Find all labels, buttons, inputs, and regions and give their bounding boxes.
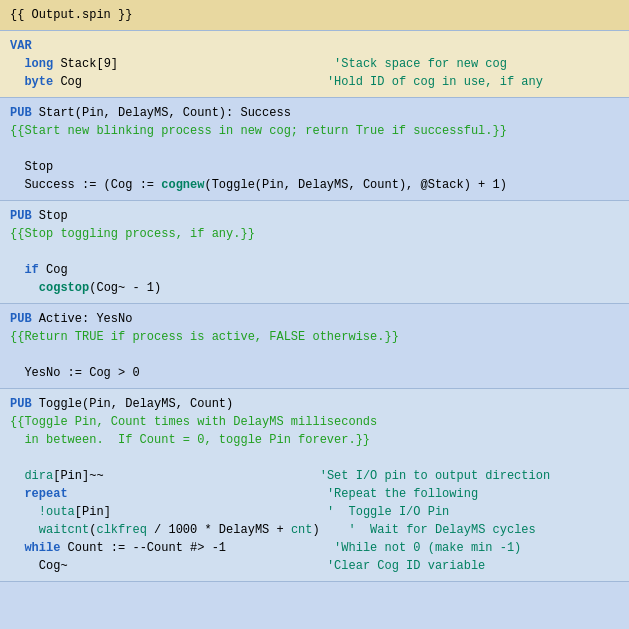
- cognew-call: cognew: [161, 178, 204, 192]
- header-text: {{ Output.spin }}: [10, 6, 619, 24]
- start-signature: Start(Pin, DelayMS, Count): Success: [32, 106, 291, 120]
- cog-comment: 'Hold ID of cog in use, if any: [327, 75, 543, 89]
- stop-content: PUB Stop {{Stop toggling process, if any…: [10, 207, 619, 297]
- active-doc: {{Return TRUE if process is active, FALS…: [10, 330, 399, 344]
- start-doc: {{Start new blinking process in new cog;…: [10, 124, 507, 138]
- pub-toggle-keyword: PUB: [10, 397, 32, 411]
- stop-section: PUB Stop {{Stop toggling process, if any…: [0, 201, 629, 304]
- toggle-content: PUB Toggle(Pin, DelayMS, Count) {{Toggle…: [10, 395, 619, 575]
- stop-name: Stop: [32, 209, 68, 223]
- file-header: {{ Output.spin }}: [0, 0, 629, 31]
- cognew-args: (Toggle(Pin, DelayMS, Count), @Stack) + …: [204, 178, 506, 192]
- yesno-assign: YesNo := Cog > 0: [24, 366, 139, 380]
- repeat-keyword: repeat: [24, 487, 67, 501]
- toggle-doc-1: {{Toggle Pin, Count times with DelayMS m…: [10, 415, 377, 429]
- while-comment: 'While not 0 (make min -1): [334, 541, 521, 555]
- if-keyword: if: [24, 263, 38, 277]
- waitcnt-close: ): [313, 523, 320, 537]
- long-keyword: long: [24, 57, 53, 71]
- start-content: PUB Start(Pin, DelayMS, Count): Success …: [10, 104, 619, 194]
- active-signature: Active: YesNo: [32, 312, 133, 326]
- outa-call: outa: [46, 505, 75, 519]
- cogstop-call: cogstop: [39, 281, 89, 295]
- active-content: PUB Active: YesNo {{Return TRUE if proce…: [10, 310, 619, 382]
- waitcnt-expr: / 1000 * DelayMS +: [147, 523, 291, 537]
- waitcnt-comment: ' Wait for DelayMS cycles: [349, 523, 536, 537]
- outa-prefix: !: [39, 505, 46, 519]
- outa-comment: ' Toggle I/O Pin: [327, 505, 449, 519]
- cog-decl: Cog: [53, 75, 82, 89]
- start-section: PUB Start(Pin, DelayMS, Count): Success …: [0, 98, 629, 201]
- cogstop-args: (Cog~ - 1): [89, 281, 161, 295]
- var-keyword: VAR: [10, 39, 32, 53]
- pub-active-keyword: PUB: [10, 312, 32, 326]
- toggle-doc-2: in between. If Count = 0, toggle Pin for…: [10, 433, 370, 447]
- cog-clear: Cog~: [39, 559, 68, 573]
- active-section: PUB Active: YesNo {{Return TRUE if proce…: [0, 304, 629, 389]
- stop-call: Stop: [24, 160, 53, 174]
- stack-decl: Stack[9]: [53, 57, 118, 71]
- while-expr: Count := --Count #> -1: [60, 541, 226, 555]
- byte-keyword: byte: [24, 75, 53, 89]
- dira-call: dira: [24, 469, 53, 483]
- while-keyword: while: [24, 541, 60, 555]
- dira-args: [Pin]~~: [53, 469, 103, 483]
- header-content: {{ Output.spin }}: [10, 8, 132, 22]
- var-content: VAR long Stack[9] 'Stack space for new c…: [10, 37, 619, 91]
- repeat-comment: 'Repeat the following: [327, 487, 478, 501]
- var-section: VAR long Stack[9] 'Stack space for new c…: [0, 31, 629, 98]
- outa-args: [Pin]: [75, 505, 111, 519]
- stop-doc: {{Stop toggling process, if any.}}: [10, 227, 255, 241]
- cog-clear-comment: 'Clear Cog ID variable: [327, 559, 485, 573]
- waitcnt-call: waitcnt: [39, 523, 89, 537]
- toggle-section: PUB Toggle(Pin, DelayMS, Count) {{Toggle…: [0, 389, 629, 582]
- toggle-signature: Toggle(Pin, DelayMS, Count): [32, 397, 234, 411]
- stack-comment: 'Stack space for new cog: [334, 57, 507, 71]
- pub-stop-keyword: PUB: [10, 209, 32, 223]
- success-assign: Success := (Cog :=: [24, 178, 161, 192]
- pub-start-keyword: PUB: [10, 106, 32, 120]
- cnt-ref: cnt: [291, 523, 313, 537]
- code-editor: {{ Output.spin }} VAR long Stack[9] 'Sta…: [0, 0, 629, 582]
- clkfreq-ref: clkfreq: [96, 523, 146, 537]
- dira-comment: 'Set I/O pin to output direction: [320, 469, 550, 483]
- if-cog: Cog: [39, 263, 68, 277]
